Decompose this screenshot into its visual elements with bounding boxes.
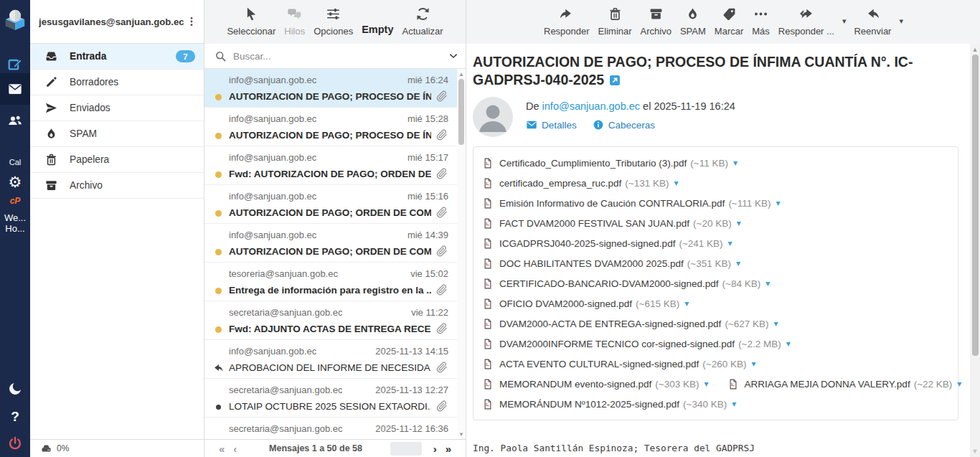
message-row[interactable]: info@sanjuan.gob.ecmié 15:28 AUTORIZACIO… <box>204 108 466 146</box>
search-options-chevron-icon[interactable] <box>448 51 458 61</box>
attachment-dropdown-caret[interactable]: ▾ <box>776 198 781 208</box>
list-scrollbar-thumb[interactable] <box>458 79 464 145</box>
message-row[interactable]: tesoreria@sanjuan.gob.ecvie 15:02 Entreg… <box>204 263 466 301</box>
attachment-item[interactable]: certificado_empresa_ruc.pdf(~131 KB)▾ <box>482 176 679 190</box>
attachment-dropdown-caret[interactable]: ▾ <box>674 178 679 188</box>
reenviar-dropdown-caret[interactable]: ▾ <box>895 17 907 26</box>
attachment-dropdown-caret[interactable]: ▾ <box>736 258 740 268</box>
list-scrollbar[interactable]: ▲ ▼ <box>457 69 466 439</box>
paperclip-icon <box>435 90 448 103</box>
list-empty-button[interactable]: Empty <box>357 6 397 35</box>
list-opciones-button[interactable]: Opciones <box>309 6 357 37</box>
folder-item-entrada[interactable]: Entrada7 <box>30 44 204 70</box>
attachment-item[interactable]: MEMORANDUM evento-signed.pdf(~303 KB)▾ <box>482 377 709 391</box>
help-button[interactable]: ? <box>0 406 30 428</box>
attachment-item[interactable]: CERTIFICADO-BANCARIO-DVAM2000-signed.pdf… <box>482 277 770 291</box>
attachment-item[interactable]: DVAM2000INFORME TECNICO cor-signed-signe… <box>482 337 791 351</box>
scroll-down-icon[interactable]: ▼ <box>457 430 466 438</box>
message-row[interactable]: info@sanjuan.gob.ecmié 15:17 Fwd: AUTORI… <box>204 146 466 185</box>
scroll-down-icon[interactable]: ▼ <box>970 447 980 456</box>
calendar-task-button[interactable]: Cal <box>0 156 30 168</box>
mail-task-button[interactable] <box>0 73 30 105</box>
message-scrollbar-thumb[interactable] <box>972 55 979 356</box>
attachment-dropdown-caret[interactable]: ▾ <box>737 218 741 228</box>
headers-link[interactable]: Cabeceras <box>593 119 655 131</box>
message-sender: tesoreria@sanjuan.gob.ec <box>229 268 338 279</box>
list-hilos-button[interactable]: Hilos <box>280 6 309 37</box>
search-icon <box>215 50 227 62</box>
attachment-dropdown-caret[interactable]: ▾ <box>765 278 770 288</box>
page-input[interactable] <box>390 442 422 456</box>
attachment-item[interactable]: DVAM2000-ACTA DE ENTREGA-signed-signed.p… <box>482 317 778 331</box>
attachment-item[interactable]: Emisión Informativo de Caución CONTRALOR… <box>482 197 781 210</box>
attachment-item[interactable]: OFICIO DVAM2000-signed.pdf(~615 KB)▾ <box>482 297 689 311</box>
attachment-dropdown-caret[interactable]: ▾ <box>774 319 778 329</box>
attachment-dropdown-caret[interactable]: ▾ <box>705 379 709 389</box>
list-actualizar-button[interactable]: Actualizar <box>398 6 448 37</box>
folder-item-papelera[interactable]: Papelera <box>30 147 204 173</box>
pdf-icon <box>482 397 494 411</box>
tag-icon <box>722 6 737 22</box>
list-seleccionar-button[interactable]: Seleccionar <box>222 6 280 37</box>
responder-dropdown-caret[interactable]: ▾ <box>839 17 850 26</box>
msg-eliminar-button[interactable]: Eliminar <box>594 6 636 37</box>
attachment-dropdown-caret[interactable]: ▾ <box>752 359 756 369</box>
msg-m-s-button[interactable]: Más <box>748 6 774 37</box>
folder-label: Enviados <box>70 103 195 113</box>
folder-item-spam[interactable]: SPAM <box>30 121 204 147</box>
message-row[interactable]: info@sanjuan.gob.ecmié 14:39 AUTORIZACIO… <box>204 224 466 263</box>
message-row[interactable]: secretaria@sanjuan.gob.ecvie 11:22 Fwd: … <box>204 301 466 340</box>
attachment-item[interactable]: ACTA EVENTO CULTURAL-signed-signed.pdf(~… <box>482 357 756 371</box>
attachment-item[interactable]: ICGADPRSJ040-2025-signed-signed.pdf(~241… <box>482 237 732 250</box>
msg-spam-button[interactable]: SPAM <box>676 6 710 37</box>
attachment-item[interactable]: MEMORÁNDUM Nº1012-2025-signed.pdf(~340 K… <box>482 397 736 411</box>
cpanel-task-button[interactable]: cP <box>0 195 30 207</box>
message-date: vie 15:02 <box>410 268 448 279</box>
msg-marcar-button[interactable]: Marcar <box>710 6 748 37</box>
first-page-button[interactable]: « <box>215 443 229 455</box>
attachment-dropdown-caret[interactable]: ▾ <box>786 339 791 349</box>
attachment-size: (~131 KB) <box>625 178 669 189</box>
msg-responder-button[interactable]: Responder ... <box>774 6 839 37</box>
attachment-dropdown-caret[interactable]: ▾ <box>728 238 732 248</box>
next-page-button[interactable]: › <box>429 443 441 455</box>
attachment-item[interactable]: FACT DVAM2000 FESTIVAL SAN JUAN.pdf(~20 … <box>482 217 741 230</box>
dark-mode-button[interactable] <box>0 377 30 400</box>
folder-item-borradores[interactable]: Borradores <box>30 70 204 95</box>
message-row[interactable]: info@sanjuan.gob.ecmié 16:24 AUTORIZACIO… <box>204 69 466 108</box>
attachment-dropdown-caret[interactable]: ▾ <box>684 298 689 308</box>
search-input[interactable] <box>233 51 448 62</box>
msg-reenviar-button[interactable]: Reenviar <box>849 6 895 37</box>
contacts-task-button[interactable] <box>0 109 30 132</box>
pdf-icon <box>727 377 739 391</box>
details-link[interactable]: Detalles <box>526 119 577 131</box>
scroll-up-icon[interactable]: ▲ <box>457 70 466 77</box>
message-row[interactable]: info@sanjuan.gob.ecmié 15:16 AUTORIZACIO… <box>204 185 466 224</box>
attachment-item[interactable]: DOC HABILITANTES DVAM2000 2025.pdf(~351 … <box>482 257 740 270</box>
msg-responder-button[interactable]: Responder <box>540 6 594 37</box>
settings-task-button[interactable]: ⚙ <box>0 171 30 192</box>
account-menu-button[interactable] <box>184 13 199 30</box>
message-row[interactable]: secretaria@sanjuan.gob.ec2025-11-12 16:3… <box>204 418 466 439</box>
msg-archivo-button[interactable]: Archivo <box>636 6 676 37</box>
message-subject: AUTORIZACION DE PAGO; PROCESO DE ÍN... <box>229 91 431 102</box>
scroll-up-icon[interactable]: ▲ <box>970 45 980 54</box>
attachment-dropdown-caret[interactable]: ▾ <box>957 379 961 389</box>
sender-email-link[interactable]: info@sanjuan.gob.ec <box>542 100 640 112</box>
open-in-new-window-icon[interactable] <box>609 75 621 86</box>
archive-icon <box>649 6 664 22</box>
webmail-home-task-button[interactable]: We... Ho... <box>0 211 30 235</box>
message-scrollbar[interactable]: ▲ ▼ <box>970 44 980 457</box>
attachment-dropdown-caret[interactable]: ▾ <box>732 399 736 409</box>
question-icon: ? <box>11 409 19 425</box>
attachment-item[interactable]: Certificado_Cumplimiento_Tributario (3).… <box>482 156 738 170</box>
prev-page-button[interactable]: ‹ <box>229 443 241 455</box>
folder-item-archivo[interactable]: Archivo <box>30 173 204 199</box>
last-page-button[interactable]: » <box>441 443 456 455</box>
attachment-item[interactable]: ARRIAGA MEJIA DONNA VALERY.pdf(~22 KB)▾ <box>727 377 962 391</box>
folder-item-enviados[interactable]: Enviados <box>30 95 204 121</box>
logout-button[interactable] <box>0 432 30 455</box>
message-row[interactable]: info@sanjuan.gob.ec2025-11-13 14:15 APRO… <box>204 340 466 379</box>
message-row[interactable]: secretaria@sanjuan.gob.ec2025-11-13 12:2… <box>204 379 466 418</box>
attachment-dropdown-caret[interactable]: ▾ <box>733 158 738 168</box>
